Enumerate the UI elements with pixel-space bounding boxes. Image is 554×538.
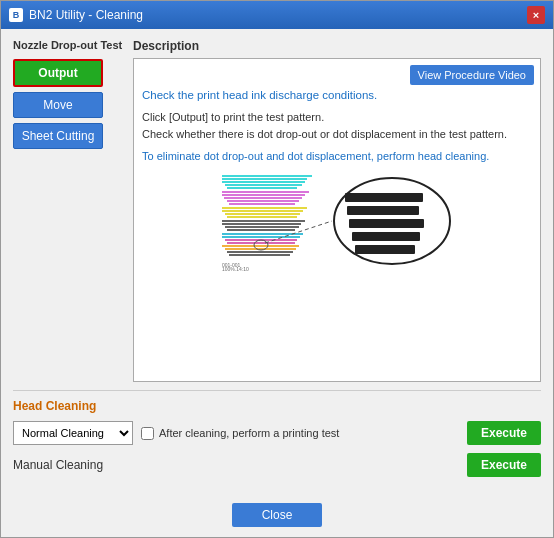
nozzle-test-label: Nozzle Drop-out Test [13, 39, 123, 51]
sheet-cutting-button[interactable]: Sheet Cutting [13, 123, 103, 149]
separator [13, 390, 541, 391]
description-box: View Procedure Video Check the print hea… [133, 58, 541, 382]
head-cleaning-header: Head Cleaning [13, 399, 541, 413]
desc-text-3: To eliminate dot drop-out and dot displa… [142, 148, 532, 165]
left-panel: Nozzle Drop-out Test Output Move Sheet C… [13, 39, 123, 382]
close-window-button[interactable]: × [527, 6, 545, 24]
view-procedure-button[interactable]: View Procedure Video [410, 65, 534, 85]
cleaning-section: Head Cleaning Normal Cleaning Strong Cle… [13, 399, 541, 485]
svg-rect-32 [352, 232, 420, 241]
desc-text-1: Check the print head ink discharge condi… [142, 89, 532, 101]
move-button[interactable]: Move [13, 92, 103, 118]
svg-rect-33 [355, 245, 415, 254]
output-button[interactable]: Output [13, 59, 103, 87]
title-bar: B BN2 Utility - Cleaning × [1, 1, 553, 29]
manual-cleaning-label: Manual Cleaning [13, 458, 467, 472]
desc-text-2: Click [Output] to print the test pattern… [142, 109, 532, 142]
close-button[interactable]: Close [232, 503, 323, 527]
app-icon: B [9, 8, 23, 22]
normal-cleaning-execute-button[interactable]: Execute [467, 421, 541, 445]
cleaning-type-dropdown[interactable]: Normal Cleaning Strong Cleaning Extra St… [13, 421, 133, 445]
manual-cleaning-row: Manual Cleaning Execute [13, 453, 541, 477]
test-pattern-diagram: 001-001 100%,14:10 [217, 171, 457, 271]
svg-rect-29 [345, 193, 423, 202]
right-panel: Description View Procedure Video Check t… [133, 39, 541, 382]
manual-cleaning-execute-button[interactable]: Execute [467, 453, 541, 477]
after-cleaning-checkbox-row: After cleaning, perform a printing test [141, 427, 459, 440]
svg-text:100%,14:10: 100%,14:10 [222, 266, 249, 271]
diagram-area: 001-001 100%,14:10 [142, 171, 532, 271]
normal-cleaning-row: Normal Cleaning Strong Cleaning Extra St… [13, 421, 541, 445]
content-area: Nozzle Drop-out Test Output Move Sheet C… [1, 29, 553, 495]
bottom-bar: Close [1, 495, 553, 537]
svg-rect-30 [347, 206, 419, 215]
main-window: B BN2 Utility - Cleaning × Nozzle Drop-o… [0, 0, 554, 538]
svg-rect-31 [349, 219, 424, 228]
description-header: Description [133, 39, 541, 53]
window-title: BN2 Utility - Cleaning [29, 8, 143, 22]
after-cleaning-checkbox[interactable] [141, 427, 154, 440]
after-cleaning-label: After cleaning, perform a printing test [159, 427, 339, 439]
main-area: Nozzle Drop-out Test Output Move Sheet C… [13, 39, 541, 382]
